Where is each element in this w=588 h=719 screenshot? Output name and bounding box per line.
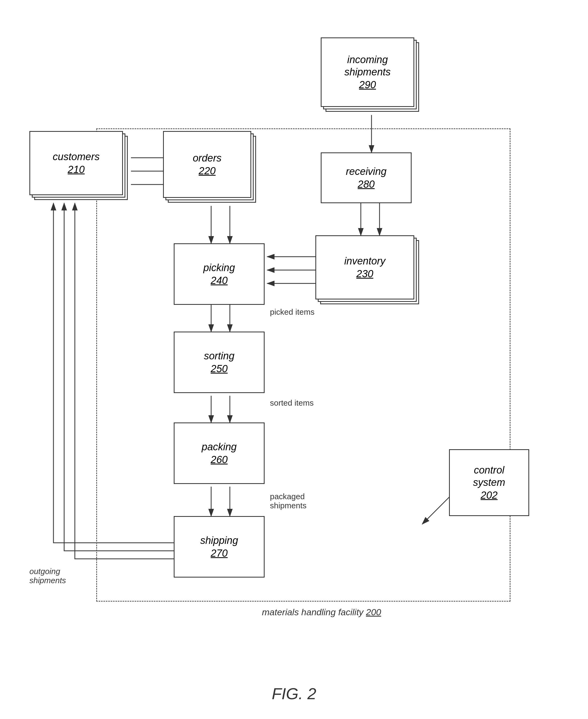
sorted-items-label: sorted items (270, 398, 314, 408)
incoming-shipments-node: incomingshipments 290 (321, 37, 422, 115)
picking-node: picking 240 (174, 243, 265, 305)
customers-number: 210 (68, 164, 84, 176)
packing-number: 260 (211, 454, 228, 466)
figure-caption: FIG. 2 (272, 684, 316, 703)
orders-label: orders (193, 152, 222, 164)
packaged-shipments-label: packagedshipments (270, 492, 307, 510)
sorting-label: sorting (204, 350, 234, 362)
inventory-label: inventory (344, 255, 385, 267)
orders-number: 220 (198, 165, 215, 177)
control-system-label: controlsystem (473, 464, 505, 489)
sorting-node: sorting 250 (174, 332, 265, 393)
customers-node: customers 210 (29, 131, 131, 203)
receiving-number: 280 (358, 179, 375, 190)
orders-node: orders 220 (163, 131, 259, 206)
sorting-number: 250 (211, 363, 228, 375)
receiving-label: receiving (346, 165, 386, 178)
facility-border (96, 128, 510, 602)
packing-label: packing (202, 441, 237, 453)
facility-number: 200 (366, 607, 381, 617)
inventory-number: 230 (356, 268, 373, 280)
receiving-node: receiving 280 (321, 152, 412, 203)
outgoing-shipments-label: outgoingshipments (29, 567, 66, 585)
inventory-node: inventory 230 (315, 235, 422, 308)
facility-label: materials handling facility 200 (262, 607, 381, 617)
picked-items-label: picked items (270, 308, 315, 316)
packing-node: packing 260 (174, 423, 265, 484)
control-system-number: 202 (481, 490, 497, 501)
shipping-number: 270 (211, 548, 228, 559)
shipping-label: shipping (200, 534, 238, 547)
incoming-shipments-number: 290 (359, 79, 376, 91)
customers-label: customers (52, 151, 100, 163)
diagram-container: incomingshipments 290 customers 210 orde… (21, 16, 567, 671)
picking-label: picking (203, 262, 235, 274)
incoming-shipments-label: incomingshipments (344, 54, 391, 78)
shipping-node: shipping 270 (174, 516, 265, 578)
picking-number: 240 (211, 275, 228, 286)
control-system-node: controlsystem 202 (449, 449, 529, 516)
